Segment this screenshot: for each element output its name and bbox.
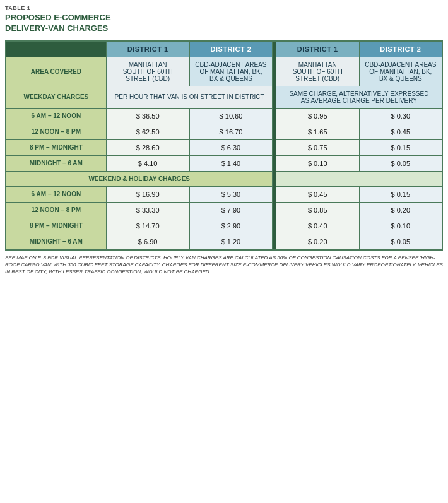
d2r-value: $ 0.15: [359, 186, 442, 202]
weekend-row: 6 AM – 12 NOON $ 16.90 $ 5.30 $ 0.45 $ 0…: [6, 186, 442, 202]
footer-note: SEE MAP ON P. 8 FOR VISUAL REPRESENTATIO…: [5, 254, 443, 276]
area-d1-left: MANHATTAN SOUTH OF 60TH STREET (CBD): [106, 57, 189, 86]
d2r-value: $ 0.20: [359, 202, 442, 218]
d1-value: $ 33.30: [106, 202, 189, 218]
d2-value: $ 1.40: [189, 155, 273, 171]
table-label: TABLE 1: [5, 5, 443, 11]
area-d2-left: CBD-ADJACENT AREAS OF MANHATTAN, BK, BX …: [189, 57, 273, 86]
area-d2-right: CBD-ADJACENT AREAS OF MANHATTAN, BK, BX …: [359, 57, 442, 86]
d1-value: $ 16.90: [106, 186, 189, 202]
d1r-value: $ 0.20: [276, 234, 359, 250]
weekend-row: 8 PM – MIDNIGHT $ 14.70 $ 2.90 $ 0.40 $ …: [6, 218, 442, 234]
d1r-value: $ 1.65: [276, 124, 359, 139]
d2-value: $ 2.90: [189, 218, 273, 234]
col-d1-left: DISTRICT 1: [106, 41, 189, 57]
d1-value: $ 28.60: [106, 139, 189, 155]
d1-value: $ 14.70: [106, 218, 189, 234]
weekend-row: MIDNIGHT – 6 AM $ 6.90 $ 1.20 $ 0.20 $ 0…: [6, 234, 442, 250]
d2r-value: $ 0.15: [359, 139, 442, 155]
time-label: 8 PM – MIDNIGHT: [6, 139, 106, 155]
d1-value: $ 4.10: [106, 155, 189, 171]
weekday-col-header: PER HOUR THAT VAN IS ON STREET IN DISTRI…: [106, 86, 273, 108]
area-row: AREA COVERED MANHATTAN SOUTH OF 60TH STR…: [6, 57, 442, 86]
d1r-value: $ 0.95: [276, 108, 359, 124]
time-label: 8 PM – MIDNIGHT: [6, 218, 106, 234]
d2-value: $ 6.30: [189, 139, 273, 155]
d1-value: $ 36.50: [106, 108, 189, 124]
d1r-value: $ 0.40: [276, 218, 359, 234]
area-label: AREA COVERED: [6, 57, 106, 86]
d2-value: $ 1.20: [189, 234, 273, 250]
time-label: MIDNIGHT – 6 AM: [6, 234, 106, 250]
d1r-value: $ 0.10: [276, 155, 359, 171]
table-title: PROPOSED E-COMMERCE DELIVERY-VAN CHARGES: [5, 13, 443, 34]
d2r-value: $ 0.05: [359, 234, 442, 250]
d1r-value: $ 0.75: [276, 139, 359, 155]
d2-value: $ 5.30: [189, 186, 273, 202]
d2-value: $ 16.70: [189, 124, 273, 139]
weekday-col-header-right: SAME CHARGE, ALTERNATIVELY EXPRESSED AS …: [276, 86, 442, 108]
time-label: 6 AM – 12 NOON: [6, 186, 106, 202]
weekday-label: WEEKDAY CHARGES: [6, 86, 106, 108]
d1-value: $ 6.90: [106, 234, 189, 250]
d1r-value: $ 0.45: [276, 186, 359, 202]
d2-value: $ 10.60: [189, 108, 273, 124]
weekend-row: 12 NOON – 8 PM $ 33.30 $ 7.90 $ 0.85 $ 0…: [6, 202, 442, 218]
col-d2-left: DISTRICT 2: [189, 41, 273, 57]
weekday-row: 12 NOON – 8 PM $ 62.50 $ 16.70 $ 1.65 $ …: [6, 124, 442, 139]
d2r-value: $ 0.30: [359, 108, 442, 124]
weekend-header-row: WEEKEND & HOLIDAY CHARGES: [6, 171, 442, 186]
d2r-value: $ 0.10: [359, 218, 442, 234]
col-d1-right: DISTRICT 1: [276, 41, 359, 57]
area-d1-right: MANHATTAN SOUTH OF 60TH STREET (CBD): [276, 57, 359, 86]
time-label: MIDNIGHT – 6 AM: [6, 155, 106, 171]
col-d2-right: DISTRICT 2: [359, 41, 442, 57]
d1-value: $ 62.50: [106, 124, 189, 139]
d2r-value: $ 0.45: [359, 124, 442, 139]
weekday-row: 8 PM – MIDNIGHT $ 28.60 $ 6.30 $ 0.75 $ …: [6, 139, 442, 155]
d2-value: $ 7.90: [189, 202, 273, 218]
time-label: 6 AM – 12 NOON: [6, 108, 106, 124]
weekend-label: WEEKEND & HOLIDAY CHARGES: [6, 171, 273, 186]
main-table: DISTRICT 1 DISTRICT 2 DISTRICT 1 DISTRIC…: [5, 40, 443, 251]
weekday-row: 6 AM – 12 NOON $ 36.50 $ 10.60 $ 0.95 $ …: [6, 108, 442, 124]
d1r-value: $ 0.85: [276, 202, 359, 218]
time-label: 12 NOON – 8 PM: [6, 124, 106, 139]
time-label: 12 NOON – 8 PM: [6, 202, 106, 218]
header-row: DISTRICT 1 DISTRICT 2 DISTRICT 1 DISTRIC…: [6, 41, 442, 57]
weekday-row: MIDNIGHT – 6 AM $ 4.10 $ 1.40 $ 0.10 $ 0…: [6, 155, 442, 171]
weekday-header-row: WEEKDAY CHARGES PER HOUR THAT VAN IS ON …: [6, 86, 442, 108]
d2r-value: $ 0.05: [359, 155, 442, 171]
